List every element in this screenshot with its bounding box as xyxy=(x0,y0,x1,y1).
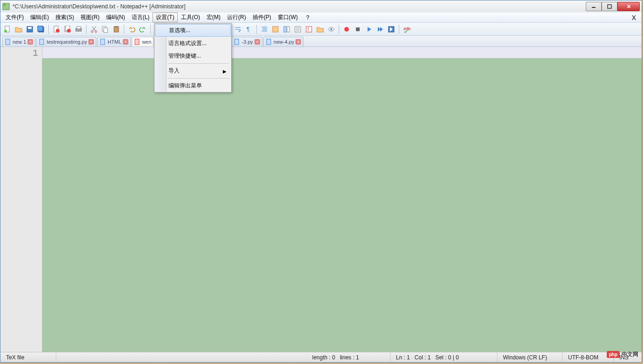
save-macro-icon[interactable] xyxy=(386,24,396,34)
tab-label: new 1 xyxy=(13,39,26,45)
copy-icon[interactable] xyxy=(100,24,110,34)
dropdown-shortcut-mapper[interactable]: 管理快捷键... xyxy=(154,50,231,62)
tab-close-icon[interactable]: × xyxy=(27,39,33,45)
dropdown-import[interactable]: 导入 ▶ xyxy=(154,65,231,77)
menu-macro[interactable]: 宏(M) xyxy=(203,13,224,22)
menu-help[interactable]: ? xyxy=(303,13,313,22)
doc-list-icon[interactable] xyxy=(293,24,303,34)
svg-rect-46 xyxy=(6,39,10,45)
svg-rect-47 xyxy=(40,39,44,45)
svg-rect-9 xyxy=(38,26,43,31)
svg-rect-49 xyxy=(135,39,139,45)
tab-close-icon[interactable]: × xyxy=(255,39,260,45)
tab-close-icon[interactable]: × xyxy=(295,39,301,45)
svg-rect-34 xyxy=(273,26,278,32)
svg-rect-7 xyxy=(28,27,32,29)
dropdown-edit-popup[interactable]: 编辑弹出菜单 xyxy=(154,79,231,92)
menu-language[interactable]: 语言(L) xyxy=(128,13,153,22)
close-button[interactable]: ✕ xyxy=(617,2,640,11)
monitoring-icon[interactable] xyxy=(326,24,336,34)
menu-tools[interactable]: 工具(O) xyxy=(178,13,203,22)
tab-close-icon[interactable]: × xyxy=(88,39,94,45)
redo-icon[interactable] xyxy=(138,24,148,34)
tab-html[interactable]: HTML × xyxy=(97,37,131,46)
spellcheck-icon[interactable]: ABC xyxy=(402,24,412,34)
menu-settings[interactable]: 设置(T) xyxy=(153,13,177,22)
text-editor[interactable] xyxy=(42,47,642,352)
svg-rect-43 xyxy=(356,27,360,31)
function-list-icon[interactable]: f xyxy=(304,24,314,34)
menu-encoding[interactable]: 编码(N) xyxy=(103,13,128,22)
toolbar-separator xyxy=(48,25,49,34)
svg-text:¶: ¶ xyxy=(247,26,249,33)
tab-label: testrequestimg.py xyxy=(47,39,87,45)
undo-icon[interactable] xyxy=(127,24,137,34)
dropdown-preferences[interactable]: 首选项... xyxy=(155,24,231,37)
wordwrap-icon[interactable] xyxy=(233,24,243,34)
record-macro-icon[interactable] xyxy=(342,24,352,34)
status-sel: Sel : 0 | 0 xyxy=(435,354,459,361)
tabbar: new 1 × testrequestimg.py × HTML × wen -… xyxy=(0,36,642,47)
line-number: 1 xyxy=(0,48,38,59)
minimize-button[interactable] xyxy=(586,2,602,11)
play-macro-icon[interactable] xyxy=(364,24,374,34)
cut-icon[interactable] xyxy=(89,24,99,34)
window-controls: ✕ xyxy=(586,2,640,11)
svg-point-41 xyxy=(330,28,332,30)
menu-view[interactable]: 视图(R) xyxy=(77,13,103,22)
toolbar-separator xyxy=(339,25,339,34)
menu-plugins[interactable]: 插件(P) xyxy=(249,13,275,22)
tab-label: wen xyxy=(142,39,151,45)
menu-window[interactable]: 窗口(W) xyxy=(275,13,301,22)
dropdown-style-config[interactable]: 语言格式设置... xyxy=(154,37,231,50)
show-all-chars-icon[interactable]: ¶ xyxy=(244,24,254,34)
maximize-button[interactable] xyxy=(602,2,617,11)
status-eol: Windows (CR LF) xyxy=(497,352,563,362)
folder-workspace-icon[interactable] xyxy=(315,24,325,34)
dropdown-separator xyxy=(167,63,229,64)
file-icon xyxy=(234,39,240,45)
tab-label: new-4.py xyxy=(274,39,295,45)
indent-guide-icon[interactable] xyxy=(259,24,269,34)
tab-testrequest[interactable]: testrequestimg.py × xyxy=(36,37,96,46)
mdi-close-icon[interactable]: X xyxy=(628,13,640,22)
editor-area: 1 xyxy=(0,47,642,352)
svg-rect-1 xyxy=(4,4,6,6)
tab-new1[interactable]: new 1 × xyxy=(2,37,35,46)
svg-rect-36 xyxy=(287,26,289,32)
tab-wen[interactable]: wen xyxy=(132,37,154,46)
settings-dropdown: 首选项... 语言格式设置... 管理快捷键... 导入 ▶ 编辑弹出菜单 xyxy=(154,23,232,93)
doc-map-icon[interactable] xyxy=(281,24,292,34)
save-all-icon[interactable] xyxy=(36,24,46,34)
toolbar-separator xyxy=(256,25,257,34)
print-icon[interactable] xyxy=(74,24,84,34)
status-lines: lines : 1 xyxy=(340,354,359,361)
close-file-icon[interactable] xyxy=(51,24,61,34)
new-file-icon[interactable] xyxy=(2,24,13,34)
stop-macro-icon[interactable] xyxy=(353,24,363,34)
menu-search[interactable]: 搜索(S) xyxy=(52,13,77,22)
menu-run[interactable]: 运行(R) xyxy=(224,13,249,22)
toolbar: ¶ f ABC xyxy=(0,23,642,36)
close-all-icon[interactable] xyxy=(62,24,73,34)
user-lang-icon[interactable] xyxy=(270,24,281,34)
tab-close-icon[interactable]: × xyxy=(123,39,128,45)
svg-point-5 xyxy=(4,30,7,33)
save-icon[interactable] xyxy=(25,24,35,34)
tab-new4[interactable]: new-4.py × xyxy=(263,37,304,46)
open-file-icon[interactable] xyxy=(13,24,24,34)
paste-icon[interactable] xyxy=(111,24,121,34)
svg-rect-48 xyxy=(100,39,105,45)
tab-label: -3.py xyxy=(241,39,253,45)
toolbar-separator xyxy=(124,25,124,34)
play-multi-icon[interactable] xyxy=(375,24,385,34)
menu-edit[interactable]: 编辑(E) xyxy=(27,13,52,22)
svg-point-11 xyxy=(56,29,60,33)
watermark-badge: php xyxy=(607,351,620,358)
menu-file[interactable]: 文件(F) xyxy=(2,13,27,22)
app-icon xyxy=(2,3,10,10)
watermark-text: 中文网 xyxy=(622,351,638,358)
svg-rect-20 xyxy=(104,28,107,33)
statusbar: TeX file length : 0 lines : 1 Ln : 1 Col… xyxy=(0,352,642,362)
tab-3py[interactable]: -3.py × xyxy=(231,37,262,46)
